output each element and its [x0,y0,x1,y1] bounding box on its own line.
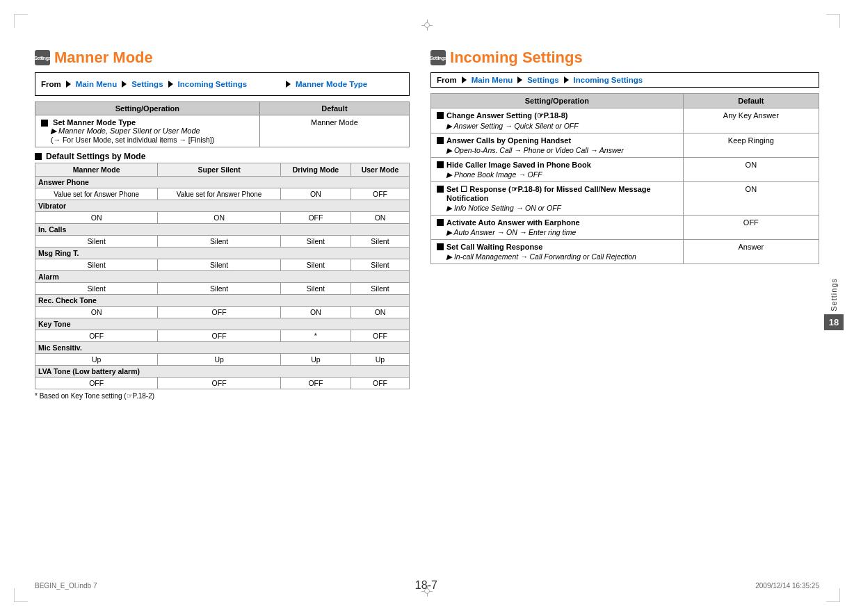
table-row: OFF OFF OFF OFF [35,378,410,389]
table-row: Set Call Waiting Response ▶ In-call Mana… [431,240,819,264]
op-set-response: Set ☐ Response (☞P.18-8) for Missed Call… [431,182,684,216]
vib-user: ON [351,212,409,224]
default-5: OFF [683,216,819,240]
ap-manner: Value set for Answer Phone [35,188,158,200]
mr-manner: Silent [35,259,158,271]
table-row: Change Answer Setting (☞P.18-8) ▶ Answer… [431,108,819,133]
item-sub-4: ▶ Info Notice Setting → ON or OFF [446,204,677,212]
kt-manner: OFF [35,330,158,342]
set-manner-title: Set Manner Mode Type [41,118,254,127]
mr-user: Silent [351,259,409,271]
bullet-4 [437,186,444,193]
page-number: 18-7 [415,579,437,592]
bullet-1 [437,112,444,119]
section-keytone: Key Tone [35,318,410,330]
table-row: ON ON OFF ON [35,212,410,224]
op-sub1: ▶ Manner Mode, Super Silent or User Mode [51,127,254,136]
bullet-square [41,120,48,127]
settings-icon-left: Settings [35,50,50,65]
manner-mode-title: Settings Manner Mode [35,49,410,67]
ms-driving: Up [280,354,351,366]
mr-super: Silent [158,259,280,271]
table-row: In. Calls [35,224,410,236]
manner-mode-breadcrumb: From Main Menu Settings Incoming Setting… [35,72,410,96]
al-user: Silent [351,283,409,295]
item-title-4: Set ☐ Response (☞P.18-8) for Missed Call… [437,185,677,202]
rct-manner: ON [35,307,158,318]
mr-driving: Silent [280,259,351,271]
default-settings-label: Default Settings by Mode [35,152,410,161]
incoming-title: Settings Incoming Settings [430,49,819,67]
breadcrumb-r-incoming: Incoming Settings [574,76,643,84]
breadcrumb-incoming: Incoming Settings [178,80,248,88]
item-title-6: Set Call Waiting Response [437,243,677,251]
th-driving-mode: Driving Mode [280,163,351,177]
th-def: Default [683,94,819,108]
op-auto-answer: Activate Auto Answer with Earphone ▶ Aut… [431,216,684,240]
arrow-icon-4 [286,81,291,88]
arrow-icon-r2 [517,76,522,83]
ms-super: Up [158,354,280,366]
table-row: Hide Caller Image Saved in Phone Book ▶ … [431,158,819,182]
section-reccheck: Rec. Check Tone [35,295,410,307]
item-sub-5: ▶ Auto Answer → ON → Enter ring time [446,228,677,236]
ap-driving: ON [280,188,351,200]
bullet-2 [437,137,444,144]
item-title-2: Answer Calls by Opening Handset [437,136,677,145]
ic-driving: Silent [280,236,351,248]
vib-super: ON [158,212,280,224]
incoming-settings-section: Settings Incoming Settings From Main Men… [430,49,819,400]
lva-driving: OFF [280,378,351,389]
breadcrumb-mannermode: Manner Mode Type [296,80,367,88]
kt-driving: * [280,330,351,342]
table-row: OFF OFF * OFF [35,330,410,342]
breadcrumb-mainmenu: Main Menu [76,80,117,88]
incoming-table: Setting/Operation Default Change Answer … [430,93,819,264]
op-change-answer: Change Answer Setting (☞P.18-8) ▶ Answer… [431,108,684,133]
arrow-icon-3 [168,81,173,88]
item-sub-6: ▶ In-call Management → Call Forwarding o… [446,252,677,261]
page-footer: BEGIN_E_OI.indb 7 18-7 2009/12/14 16:35:… [0,579,854,592]
footer-left: BEGIN_E_OI.indb 7 [35,582,97,590]
ms-user: Up [351,354,409,366]
table-row: Value set for Answer Phone Value set for… [35,188,410,200]
table-row: Answer Phone [35,177,410,188]
default-4: ON [683,182,819,216]
manner-mode-heading: Manner Mode [54,49,153,67]
ap-super: Value set for Answer Phone [158,188,280,200]
op-hide-caller: Hide Caller Image Saved in Phone Book ▶ … [431,158,684,182]
ic-user: Silent [351,236,409,248]
incoming-header-row: Setting/Operation Default [431,94,819,108]
default-settings-text: Default Settings by Mode [46,152,145,161]
bullet-5 [437,219,444,226]
th-default: Default [259,102,409,115]
table-row: Mic Sensitiv. [35,342,410,354]
section-incalls: In. Calls [35,224,410,236]
item-sub-2: ▶ Open-to-Ans. Call → Phone or Video Cal… [446,146,677,154]
breadcrumb-settings: Settings [131,80,163,88]
manner-mode-section: Settings Manner Mode From Main Menu Sett… [35,49,410,400]
settings-icon-right: Settings [430,50,446,65]
lva-super: OFF [158,378,280,389]
default-6: Answer [683,240,819,264]
table-row: ON OFF ON ON [35,307,410,318]
th-manner-mode: Manner Mode [35,163,158,177]
table-row: Silent Silent Silent Silent [35,283,410,295]
item-title-3: Hide Caller Image Saved in Phone Book [437,161,677,169]
breadcrumb-r-mainmenu: Main Menu [472,76,513,84]
footnote-text: * Based on Key Tone setting (☞P.18-2) [35,392,410,400]
table-row: Rec. Check Tone [35,295,410,307]
table-row: Vibrator [35,200,410,212]
default-cell: Manner Mode [259,115,409,147]
default-1: Any Key Answer [683,108,819,133]
incoming-heading: Incoming Settings [450,49,583,67]
al-manner: Silent [35,283,158,295]
al-driving: Silent [280,283,351,295]
table-row: Silent Silent Silent Silent [35,259,410,271]
breadcrumb-r-settings: Settings [527,76,558,84]
th-setting-op: Setting/Operation [35,102,260,115]
footer-right: 2009/12/14 16:35:25 [755,582,819,590]
al-super: Silent [158,283,280,295]
table-row: Up Up Up Up [35,354,410,366]
section-msgring: Msg Ring T. [35,248,410,259]
